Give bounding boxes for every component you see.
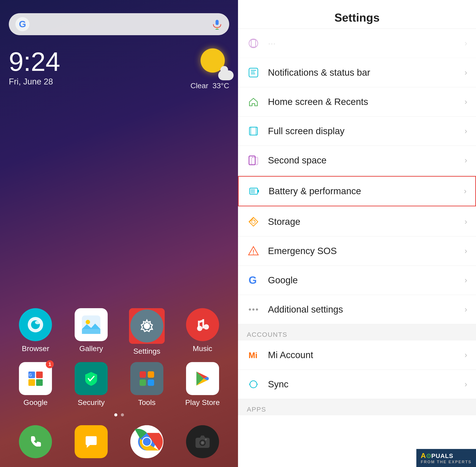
- settings-title: Settings: [247, 11, 467, 24]
- music-label: Music: [193, 344, 212, 353]
- settings-header: Settings: [238, 0, 476, 29]
- settings-item-emergency[interactable]: Emergency SOS ›: [238, 236, 476, 266]
- settings-item-battery[interactable]: Battery & performance ›: [238, 176, 476, 206]
- camera-icon: [186, 425, 219, 458]
- date-display: Fri, June 28: [9, 77, 60, 86]
- app-gallery[interactable]: Gallery: [65, 308, 118, 355]
- svg-rect-35: [251, 127, 256, 135]
- weather-section: Clear 33°C: [190, 48, 229, 90]
- settings-item-fullscreen[interactable]: Full screen display ›: [238, 117, 476, 146]
- app-music[interactable]: Music: [176, 308, 229, 355]
- additional-label: Additional settings: [268, 304, 464, 315]
- security-icon: [75, 362, 108, 395]
- battery-chevron-icon: ›: [464, 187, 466, 196]
- google-apps-icon: 1 G: [19, 362, 52, 395]
- settings-item-storage[interactable]: Storage ›: [238, 207, 476, 236]
- gallery-icon: [75, 308, 108, 341]
- svg-point-10: [86, 320, 90, 324]
- gallery-label: Gallery: [79, 344, 103, 353]
- google-label: Google: [24, 398, 48, 407]
- dock-chrome[interactable]: [120, 425, 174, 458]
- svg-point-26: [201, 441, 204, 444]
- settings-item-notifications[interactable]: Notifications & status bar ›: [238, 58, 476, 87]
- fullscreen-icon: [247, 125, 260, 138]
- google-settings-icon: G: [247, 274, 260, 287]
- additional-icon: [247, 303, 260, 316]
- partial-item-text: ···: [268, 38, 464, 49]
- partial-chevron-icon: ›: [464, 39, 467, 48]
- svg-point-7: [35, 321, 40, 324]
- svg-point-47: [256, 308, 258, 311]
- settings-item-google[interactable]: G Google ›: [238, 266, 476, 295]
- storage-label: Storage: [268, 216, 464, 227]
- settings-item-secondspace[interactable]: Second space ›: [238, 146, 476, 175]
- tools-label: Tools: [138, 398, 155, 407]
- storage-chevron-icon: ›: [464, 217, 467, 226]
- notifications-label: Notifications & status bar: [268, 67, 464, 78]
- settings-label: Settings: [133, 347, 160, 355]
- settings-item-partial[interactable]: ··· ›: [238, 29, 476, 58]
- time-section: 9:24 Fri, June 28: [9, 48, 60, 86]
- storage-icon: [247, 215, 260, 228]
- homescreen-label: Home screen & Recents: [268, 97, 464, 107]
- mi-chevron-icon: ›: [464, 350, 467, 360]
- secondspace-icon: [247, 154, 260, 167]
- settings-item-mi[interactable]: Mi Mi Account ›: [238, 340, 476, 370]
- sync-icon: [247, 378, 260, 391]
- svg-rect-2: [216, 20, 219, 25]
- settings-icon: [130, 310, 163, 342]
- dock-messages[interactable]: [65, 425, 118, 458]
- app-google[interactable]: 1 G Google: [9, 362, 62, 407]
- svg-rect-32: [251, 72, 255, 72]
- google-logo-icon: G: [15, 17, 29, 31]
- sync-chevron-icon: ›: [464, 380, 467, 389]
- home-screen: G 9:24 Fri, June 28 Clear 33°C: [0, 0, 238, 467]
- svg-rect-16: [198, 321, 200, 330]
- settings-item-sync[interactable]: Sync ›: [238, 370, 476, 399]
- app-browser[interactable]: Browser: [9, 308, 62, 355]
- app-tools[interactable]: Tools: [120, 362, 174, 407]
- sync-label: Sync: [268, 379, 464, 389]
- svg-point-22: [143, 438, 151, 446]
- svg-rect-30: [249, 68, 258, 77]
- app-security[interactable]: Security: [65, 362, 118, 407]
- app-playstore[interactable]: Play Store: [176, 362, 229, 407]
- battery-icon: [247, 184, 261, 198]
- chrome-icon: [130, 425, 163, 458]
- notifications-chevron-icon: ›: [464, 68, 467, 77]
- app-settings[interactable]: Settings: [120, 308, 174, 355]
- emergency-icon: [247, 244, 260, 258]
- app-dock: [9, 425, 229, 458]
- watermark: A⊙PUALS FROM THE EXPERTS: [416, 449, 476, 467]
- settings-item-additional[interactable]: Additional settings ›: [238, 295, 476, 324]
- notification-badge: 1: [46, 360, 54, 368]
- playstore-icon: [186, 362, 219, 395]
- secondspace-label: Second space: [268, 155, 464, 166]
- emergency-chevron-icon: ›: [464, 246, 467, 256]
- svg-text:G: G: [19, 19, 26, 29]
- clock-display: 9:24: [9, 48, 60, 75]
- svg-text:G: G: [29, 373, 32, 377]
- weather-cloud-icon: [218, 70, 234, 80]
- search-bar[interactable]: G: [9, 13, 229, 35]
- music-icon: [186, 308, 219, 341]
- accounts-section-header: ACCOUNTS: [238, 324, 476, 340]
- tools-icon: [130, 362, 163, 395]
- svg-rect-11: [82, 329, 100, 334]
- homescreen-chevron-icon: ›: [464, 97, 467, 106]
- svg-point-27: [205, 439, 207, 440]
- mi-icon: Mi: [247, 349, 260, 362]
- weather-info: Clear 33°C: [190, 81, 229, 90]
- svg-text:Mi: Mi: [249, 351, 257, 360]
- dock-camera[interactable]: [176, 425, 229, 458]
- emergency-label: Emergency SOS: [268, 246, 464, 256]
- mic-icon[interactable]: [212, 19, 223, 30]
- svg-rect-31: [251, 70, 256, 71]
- mi-label: Mi Account: [268, 350, 464, 360]
- settings-list: Notifications & status bar › Home screen…: [238, 58, 476, 467]
- svg-rect-40: [251, 189, 255, 193]
- svg-rect-33: [251, 74, 255, 74]
- app-grid-row1: Browser Gallery: [9, 308, 229, 355]
- dock-phone[interactable]: [9, 425, 62, 458]
- settings-item-homescreen[interactable]: Home screen & Recents ›: [238, 87, 476, 117]
